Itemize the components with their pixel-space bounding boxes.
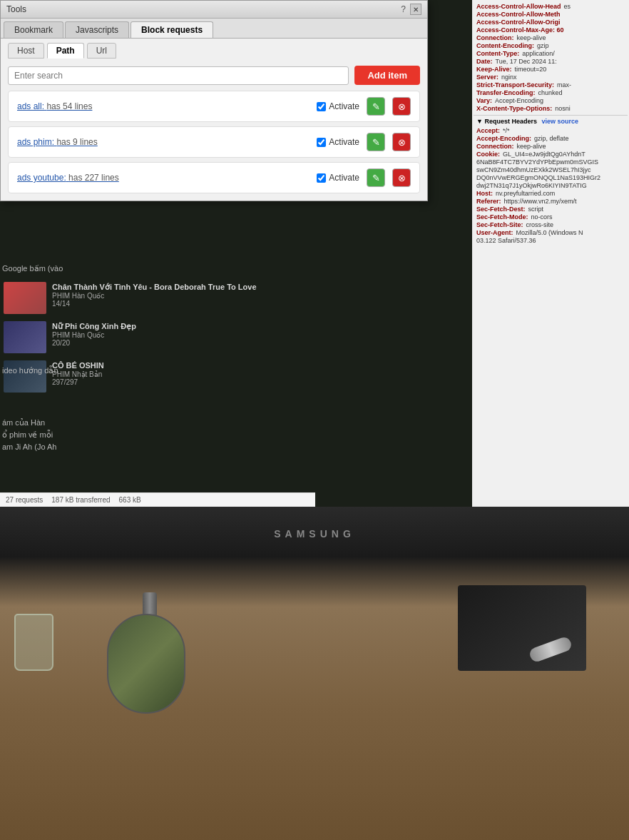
glass [14, 614, 53, 671]
movie-title-2: Nữ Phi Công Xinh Đẹp [52, 321, 469, 331]
delete-button-0[interactable]: ⊗ [392, 97, 411, 116]
monitor-brand: SAMSUNG [0, 507, 629, 540]
activate-label-0: Activate [317, 101, 359, 111]
activate-checkbox-2[interactable] [317, 173, 326, 183]
req-header-ua: User-Agent: Mozilla/5.0 (Windows N [476, 229, 625, 236]
video-text: ideo hướng dẫn [0, 366, 63, 375]
list-item-2: ads youtube: has 227 lines Activate ✎ ⊗ [8, 162, 420, 193]
dark-object [458, 585, 586, 671]
header-key-8: Keep-Alive: [476, 66, 512, 73]
header-val-10: max- [557, 81, 571, 88]
dialog-controls: ? ✕ [401, 4, 421, 15]
help-icon[interactable]: ? [401, 4, 406, 14]
req-header-host: Host: nv.preyfultarried.com [476, 190, 625, 197]
header-key-0: Access-Control-Allow-Head [476, 3, 561, 10]
item-name-2[interactable]: ads youtube: has 227 lines [17, 173, 310, 183]
edit-button-1[interactable]: ✎ [367, 133, 385, 151]
header-val-6: application/ [522, 50, 555, 57]
sub-tab-url[interactable]: Url [87, 43, 116, 59]
sub-tab-path[interactable]: Path [47, 43, 84, 59]
header-item-13: X-Content-Type-Options: nosni [476, 105, 625, 112]
movie-info-2: Nữ Phi Công Xinh Đẹp PHIM Hàn Quốc 20/20 [52, 321, 469, 347]
req-header-cookie4: DQ0nVVwERGEgmONQQL1NaS193HIGr2 [476, 174, 625, 181]
header-val-7: Tue, 17 Dec 2024 11: [496, 58, 557, 65]
header-key-11: Transfer-Encoding: [476, 89, 536, 96]
header-item-1: Access-Control-Allow-Meth [476, 11, 625, 18]
header-val-8: timeout=20 [515, 66, 547, 73]
total-size: 663 kB [119, 496, 141, 504]
header-val-12: Accept-Encoding [495, 97, 543, 104]
mic-head [107, 614, 185, 714]
activate-text-2: Activate [329, 173, 359, 183]
req-header-cookie2: 6NaB8F4TC7BYV2YdYPbEpwm0mSVGIS [476, 158, 625, 166]
req-header-referer: Referer: https://www.vn2.my/xem/t [476, 198, 625, 205]
req-header-cookie5: dwj2TN31q7J1yOkjwRo6KIYIN9TATIG [476, 182, 625, 189]
req-header-fetch-site: Sec-Fetch-Site: cross-site [476, 221, 625, 228]
movie-info-3: CÔ BÉ OSHIN PHIM Nhật Bản 297/297 [52, 360, 469, 386]
header-val-11: chunked [538, 89, 563, 96]
movie-cat-3: PHIM Nhật Bản [52, 370, 469, 378]
edit-button-0[interactable]: ✎ [367, 97, 385, 116]
header-item-10: Strict-Transport-Security: max- [476, 81, 625, 88]
activate-checkbox-0[interactable] [317, 102, 326, 111]
delete-button-1[interactable]: ⊗ [392, 133, 411, 151]
movie-title-3: CÔ BÉ OSHIN [52, 360, 469, 370]
activate-text-0: Activate [329, 101, 359, 111]
tab-bookmark[interactable]: Bookmark [4, 21, 63, 38]
req-header-fetch-dest: Sec-Fetch-Dest: script [476, 206, 625, 213]
movie-ep-2: 20/20 [52, 339, 469, 347]
req-header-ua2: 03.122 Safari/537.36 [476, 237, 625, 244]
view-source-link[interactable]: view source [541, 118, 578, 125]
add-item-button[interactable]: Add item [354, 66, 420, 85]
movie-cat-1: PHIM Hàn Quốc [52, 292, 469, 300]
header-key-7: Date: [476, 58, 493, 65]
edit-button-2[interactable]: ✎ [367, 168, 385, 187]
tools-dialog: Tools ? ✕ Bookmark Javascripts Block req… [0, 0, 428, 201]
dialog-title: Tools [6, 4, 26, 14]
header-item-9: Server: nginx [476, 74, 625, 81]
movie-title-1: Chân Thành Với Tình Yêu - Bora Deborah T… [52, 282, 469, 292]
activate-checkbox-1[interactable] [317, 138, 326, 147]
search-input[interactable] [8, 66, 349, 85]
item-name-0[interactable]: ads all: has 54 lines [17, 101, 310, 111]
header-key-3: Access-Control-Max-Age: 60 [476, 26, 564, 34]
tab-block-requests[interactable]: Block requests [131, 21, 213, 38]
close-button[interactable]: ✕ [410, 4, 421, 15]
am-text: am Ji Ah (Jo Ah [0, 442, 63, 451]
header-item-4: Connection: keep-alive [476, 34, 625, 41]
header-val-13: nosni [555, 105, 571, 112]
header-key-2: Access-Control-Allow-Origi [476, 19, 561, 26]
header-item-8: Keep-Alive: timeout=20 [476, 66, 625, 73]
header-key-1: Access-Control-Allow-Meth [476, 11, 561, 18]
delete-button-2[interactable]: ⊗ [392, 168, 411, 187]
devtools-panel: Access-Control-Allow-Head es Access-Cont… [472, 0, 629, 507]
header-key-13: X-Content-Type-Options: [476, 105, 552, 112]
header-item-12: Vary: Accept-Encoding [476, 97, 625, 104]
movie-item-3[interactable]: CÔ BÉ OSHIN PHIM Nhật Bản 297/297 [4, 360, 469, 393]
movie-item-2[interactable]: Nữ Phi Công Xinh Đẹp PHIM Hàn Quốc 20/20 [4, 321, 469, 353]
req-header-cookie3: swCN9Zm40dhmUzEXkk2WSEL7hI3jyc [476, 166, 625, 173]
item-name-1[interactable]: ads phim: has 9 lines [17, 137, 310, 147]
microphone-area [86, 592, 228, 792]
header-val-5: gzip [537, 42, 549, 49]
response-headers: Access-Control-Allow-Head es Access-Cont… [474, 1, 628, 113]
header-item-11: Transfer-Encoding: chunked [476, 89, 625, 96]
req-header-fetch-mode: Sec-Fetch-Mode: no-cors [476, 213, 625, 221]
search-add-row: Add item [1, 59, 427, 91]
req-header-2: Connection: keep-alive [476, 143, 625, 150]
phim-text: ổ phim về mỗi [0, 430, 63, 440]
dialog-tabs: Bookmark Javascripts Block requests [1, 19, 427, 39]
req-header-cookie: Cookie: GL_UI4=eJw9jdtQg0AYhdnT [476, 151, 625, 158]
header-val-9: nginx [501, 74, 517, 81]
sub-tab-host[interactable]: Host [8, 43, 44, 59]
tab-javascripts[interactable]: Javascripts [65, 21, 129, 38]
list-item-0: ads all: has 54 lines Activate ✎ ⊗ [8, 91, 420, 122]
requests-count: 27 requests [6, 496, 43, 504]
header-item-5: Content-Encoding: gzip [476, 42, 625, 49]
req-header-1: Accept-Encoding: gzip, deflate [476, 135, 625, 142]
movie-item-1[interactable]: Chân Thành Với Tình Yêu - Bora Deborah T… [4, 282, 469, 314]
list-container: ads all: has 54 lines Activate ✎ ⊗ ads p… [1, 91, 427, 201]
req-header-0: Accept: */* [476, 127, 625, 134]
list-item-1: ads phim: has 9 lines Activate ✎ ⊗ [8, 126, 420, 158]
header-val-0: es [564, 3, 571, 10]
